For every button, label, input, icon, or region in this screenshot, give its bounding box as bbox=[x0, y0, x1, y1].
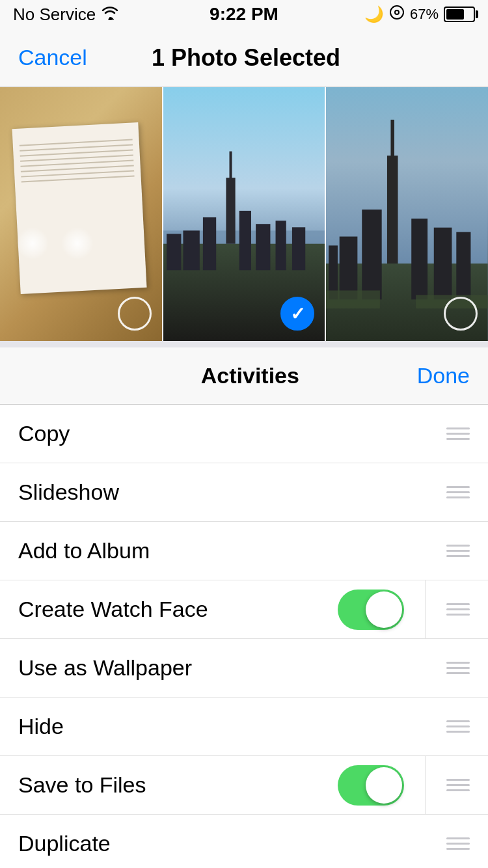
svg-rect-22 bbox=[340, 237, 358, 300]
photo-1-lines bbox=[19, 139, 135, 186]
wifi-icon bbox=[101, 5, 119, 25]
selection-circle-2[interactable]: ✓ bbox=[280, 297, 314, 331]
status-bar: No Service 9:22 PM 🌙 67% bbox=[0, 0, 488, 29]
activities-header: Activities Done bbox=[0, 347, 488, 405]
svg-rect-17 bbox=[387, 156, 398, 264]
photo-strip: ✓ bbox=[0, 87, 488, 341]
drag-handle-hide[interactable] bbox=[446, 720, 470, 733]
list-item[interactable]: Copy bbox=[0, 405, 488, 463]
svg-rect-8 bbox=[203, 217, 216, 270]
svg-rect-11 bbox=[183, 230, 199, 270]
activity-label-wallpaper: Use as Wallpaper bbox=[18, 655, 192, 681]
glare-2 bbox=[61, 227, 94, 260]
moon-icon: 🌙 bbox=[364, 5, 384, 23]
watch-face-toggle[interactable] bbox=[338, 590, 404, 630]
activity-right-watch-face bbox=[338, 580, 470, 639]
location-icon bbox=[389, 5, 405, 24]
selection-circle-1[interactable] bbox=[118, 297, 152, 331]
nav-bar: Cancel 1 Photo Selected bbox=[0, 29, 488, 87]
section-separator bbox=[0, 341, 488, 347]
drag-handle-add-album[interactable] bbox=[446, 545, 470, 557]
glare-1 bbox=[16, 227, 49, 260]
svg-rect-21 bbox=[434, 228, 452, 300]
drag-handle-slideshow[interactable] bbox=[446, 486, 470, 498]
activity-right-hide bbox=[446, 720, 470, 733]
svg-rect-18 bbox=[391, 120, 395, 159]
svg-rect-20 bbox=[412, 219, 428, 299]
svg-rect-19 bbox=[362, 210, 382, 299]
svg-rect-7 bbox=[229, 152, 232, 182]
activity-right-copy bbox=[446, 427, 470, 440]
photo-cell-3[interactable] bbox=[326, 87, 488, 341]
toggle-divider bbox=[425, 580, 426, 639]
photo-1-paper bbox=[12, 122, 146, 293]
svg-rect-9 bbox=[239, 211, 251, 270]
svg-rect-25 bbox=[326, 290, 380, 308]
status-time: 9:22 PM bbox=[210, 4, 278, 25]
activity-right-add-album bbox=[446, 545, 470, 557]
activity-right-duplicate bbox=[446, 837, 470, 850]
list-item[interactable]: Add to Album bbox=[0, 522, 488, 580]
battery-icon bbox=[444, 7, 475, 22]
svg-rect-10 bbox=[256, 224, 270, 270]
list-item[interactable]: Hide bbox=[0, 698, 488, 756]
page-title: 1 Photo Selected bbox=[152, 44, 340, 72]
drag-handle-watch-face[interactable] bbox=[446, 603, 470, 616]
photo-cell-2[interactable]: ✓ bbox=[163, 87, 327, 341]
toggle-divider-2 bbox=[425, 756, 426, 815]
list-item[interactable]: Slideshow bbox=[0, 463, 488, 522]
svg-rect-13 bbox=[292, 227, 305, 270]
toggle-thumb bbox=[366, 591, 402, 628]
toggle-thumb-2 bbox=[366, 767, 402, 804]
list-item[interactable]: Create Watch Face bbox=[0, 580, 488, 639]
svg-rect-23 bbox=[457, 232, 471, 300]
list-item[interactable]: Duplicate bbox=[0, 815, 488, 868]
battery-text: 67% bbox=[410, 6, 439, 23]
status-left: No Service bbox=[13, 5, 119, 25]
activity-right-slideshow bbox=[446, 486, 470, 498]
status-right: 🌙 67% bbox=[364, 5, 475, 24]
activities-title: Activities bbox=[83, 363, 417, 388]
activity-label-save-files: Save to Files bbox=[18, 772, 146, 798]
done-button[interactable]: Done bbox=[417, 363, 470, 388]
save-files-toggle[interactable] bbox=[338, 765, 404, 806]
list-item[interactable]: Use as Wallpaper bbox=[0, 639, 488, 698]
activity-label-add-album: Add to Album bbox=[18, 538, 150, 563]
checkmark-icon: ✓ bbox=[290, 303, 305, 325]
selection-circle-3[interactable] bbox=[444, 297, 478, 331]
activity-label-hide: Hide bbox=[18, 714, 64, 739]
activity-label-slideshow: Slideshow bbox=[18, 480, 119, 505]
activity-right-save-files bbox=[338, 756, 470, 815]
svg-rect-6 bbox=[226, 178, 235, 243]
svg-rect-14 bbox=[167, 234, 181, 270]
drag-handle-save-files[interactable] bbox=[446, 779, 470, 791]
svg-point-2 bbox=[395, 10, 399, 14]
activity-label-copy: Copy bbox=[18, 421, 70, 446]
cancel-button[interactable]: Cancel bbox=[18, 45, 87, 70]
drag-handle-duplicate[interactable] bbox=[446, 837, 470, 850]
drag-handle-copy[interactable] bbox=[446, 427, 470, 440]
drag-handle-wallpaper[interactable] bbox=[446, 662, 470, 674]
photo-cell-1[interactable] bbox=[0, 87, 163, 341]
svg-point-1 bbox=[390, 6, 403, 19]
svg-rect-12 bbox=[275, 221, 286, 270]
list-item[interactable]: Save to Files bbox=[0, 756, 488, 815]
carrier-text: No Service bbox=[13, 5, 96, 25]
activity-right-wallpaper bbox=[446, 662, 470, 674]
activity-label-watch-face: Create Watch Face bbox=[18, 597, 208, 622]
activity-label-duplicate: Duplicate bbox=[18, 831, 111, 856]
activities-list: Copy Slideshow Add to Album bbox=[0, 405, 488, 868]
